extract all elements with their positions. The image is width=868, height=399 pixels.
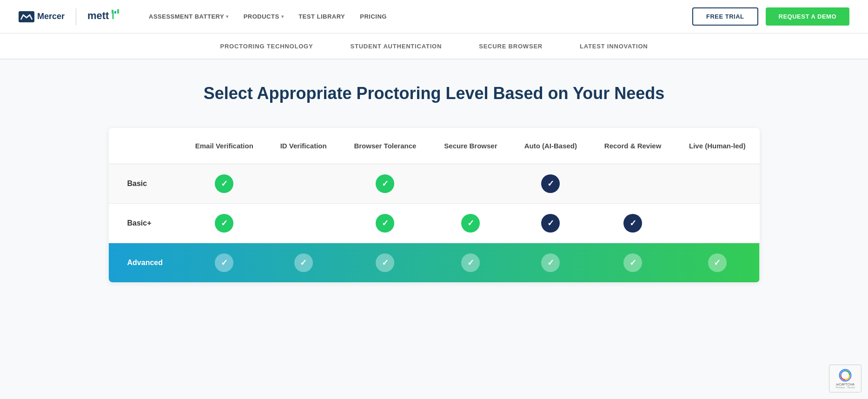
sub-nav-student-authentication[interactable]: STUDENT AUTHENTICATION bbox=[350, 39, 442, 53]
recaptcha-badge: reCAPTCHA Privacy · Terms bbox=[829, 365, 861, 392]
cell-basicplus-auto bbox=[511, 203, 590, 243]
cell-basicplus-id bbox=[267, 203, 340, 243]
cell-advanced-record bbox=[590, 243, 675, 282]
nav-assessment-battery[interactable]: ASSESSMENT BATTERY ▾ bbox=[149, 13, 229, 20]
cell-basic-secure bbox=[431, 164, 510, 203]
mercer-icon bbox=[19, 11, 34, 22]
cell-basicplus-email bbox=[181, 203, 267, 243]
table-row-basic: Basic bbox=[109, 164, 760, 203]
chevron-down-icon: ▾ bbox=[226, 14, 229, 19]
col-header-empty bbox=[109, 128, 181, 164]
svg-rect-3 bbox=[112, 10, 113, 13]
check-icon-green bbox=[215, 214, 233, 233]
mettl-logo[interactable]: mett l bbox=[87, 9, 121, 25]
cell-basic-id bbox=[267, 164, 340, 203]
header-actions: FREE TRIAL REQUEST A DEMO bbox=[692, 7, 849, 26]
cell-advanced-auto bbox=[511, 243, 590, 282]
check-icon-white bbox=[294, 253, 313, 272]
check-icon-white bbox=[708, 253, 727, 272]
svg-rect-4 bbox=[114, 11, 116, 13]
col-header-secure-browser: Secure Browser bbox=[431, 128, 510, 164]
sub-nav-proctoring-technology[interactable]: PROCTORING TECHNOLOGY bbox=[220, 39, 313, 53]
cell-basicplus-live bbox=[675, 203, 759, 243]
check-icon-green bbox=[376, 174, 394, 193]
logo-divider bbox=[76, 8, 76, 25]
check-icon-white bbox=[541, 253, 560, 272]
col-header-live: Live (Human-led) bbox=[675, 128, 759, 164]
proctoring-level-table: Email Verification ID Verification Brows… bbox=[109, 128, 760, 282]
header: Mercer mett l ASSESSMENT BATTERY ▾ PRODU… bbox=[0, 0, 868, 33]
cell-basic-email bbox=[181, 164, 267, 203]
check-icon-dark bbox=[541, 174, 560, 193]
privacy-terms-label[interactable]: Privacy · Terms bbox=[836, 386, 855, 389]
cell-basic-record bbox=[590, 164, 675, 203]
sub-nav-latest-innovation[interactable]: LATEST INNOVATION bbox=[580, 39, 648, 53]
row-label-advanced: Advanced bbox=[109, 243, 181, 282]
recaptcha-icon bbox=[839, 369, 852, 382]
check-icon-white bbox=[461, 253, 480, 272]
sub-nav-secure-browser[interactable]: SECURE BROWSER bbox=[479, 39, 543, 53]
cell-advanced-email bbox=[181, 243, 267, 282]
col-header-id-verification: ID Verification bbox=[267, 128, 340, 164]
cell-advanced-live bbox=[675, 243, 759, 282]
table-row-basic-plus: Basic+ bbox=[109, 203, 760, 243]
mercer-logo[interactable]: Mercer bbox=[19, 11, 65, 22]
chevron-down-icon: ▾ bbox=[281, 14, 284, 19]
table-row-advanced: Advanced bbox=[109, 243, 760, 282]
check-icon-dark bbox=[623, 214, 642, 233]
col-header-email-verification: Email Verification bbox=[181, 128, 267, 164]
check-icon-green bbox=[215, 174, 233, 193]
row-label-basic-plus: Basic+ bbox=[109, 203, 181, 243]
mettl-icon: mett l bbox=[87, 9, 121, 22]
recaptcha-text: reCAPTCHA bbox=[836, 383, 855, 386]
nav-products[interactable]: PRODUCTS ▾ bbox=[244, 13, 284, 20]
check-icon-white bbox=[376, 253, 394, 272]
col-header-browser-tolerance: Browser Tolerance bbox=[340, 128, 431, 164]
check-icon-green bbox=[376, 214, 394, 233]
svg-rect-5 bbox=[117, 9, 119, 13]
logo-area: Mercer mett l bbox=[19, 8, 121, 25]
cell-basicplus-browser bbox=[340, 203, 431, 243]
mercer-text: Mercer bbox=[37, 12, 65, 21]
main-nav: ASSESSMENT BATTERY ▾ PRODUCTS ▾ TEST LIB… bbox=[149, 13, 692, 20]
col-header-record-review: Record & Review bbox=[590, 128, 675, 164]
cell-basic-live bbox=[675, 164, 759, 203]
check-icon-white bbox=[215, 253, 233, 272]
svg-rect-0 bbox=[19, 11, 34, 22]
nav-pricing[interactable]: PRICING bbox=[360, 13, 387, 20]
cell-advanced-browser bbox=[340, 243, 431, 282]
nav-test-library[interactable]: TEST LIBRARY bbox=[298, 13, 345, 20]
check-icon-dark bbox=[541, 214, 560, 233]
check-icon-green bbox=[461, 214, 480, 233]
cell-basic-auto bbox=[511, 164, 590, 203]
table-header-row: Email Verification ID Verification Brows… bbox=[109, 128, 760, 164]
request-demo-button[interactable]: REQUEST A DEMO bbox=[766, 7, 850, 26]
cell-basicplus-record bbox=[590, 203, 675, 243]
cell-advanced-id bbox=[267, 243, 340, 282]
row-label-basic: Basic bbox=[109, 164, 181, 203]
svg-text:mett: mett bbox=[87, 10, 109, 21]
cell-basicplus-secure bbox=[431, 203, 510, 243]
sub-nav: PROCTORING TECHNOLOGY STUDENT AUTHENTICA… bbox=[0, 33, 868, 60]
free-trial-button[interactable]: FREE TRIAL bbox=[692, 7, 758, 26]
main-content: Select Appropriate Proctoring Level Base… bbox=[0, 60, 868, 399]
page-title: Select Appropriate Proctoring Level Base… bbox=[28, 83, 840, 105]
col-header-auto-ai: Auto (AI-Based) bbox=[511, 128, 590, 164]
cell-basic-browser bbox=[340, 164, 431, 203]
cell-advanced-secure bbox=[431, 243, 510, 282]
check-icon-white bbox=[623, 253, 642, 272]
